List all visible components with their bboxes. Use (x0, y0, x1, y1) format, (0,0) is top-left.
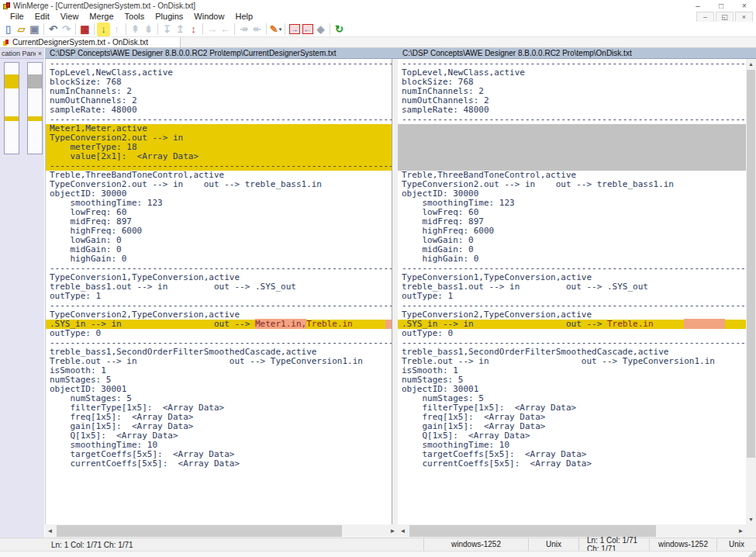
auto-merge-icon[interactable]: ◈ (314, 22, 327, 36)
menu-merge[interactable]: Merge (84, 12, 119, 22)
right-editor-pane[interactable]: ----------------------------------------… (398, 59, 746, 524)
code-line: ----------------------------------------… (398, 115, 746, 124)
file-save-icon[interactable]: ▣ (28, 22, 41, 36)
menu-help[interactable]: Help (230, 12, 258, 22)
scroll-down-icon[interactable]: ▼ (746, 514, 756, 524)
code-text: Treble.in (306, 319, 353, 329)
scroll-right-icon[interactable]: ► (388, 524, 398, 538)
next-difference-icon[interactable]: ↓ (97, 22, 110, 36)
previous-conflict-icon[interactable]: ↥ (174, 22, 187, 36)
menu-tools[interactable]: Tools (119, 12, 150, 22)
copy-left-icon[interactable]: ← (219, 22, 232, 36)
copy-all-left-icon[interactable]: ← (301, 22, 314, 36)
toolbar-separator (43, 23, 44, 35)
toolbar-separator (285, 23, 285, 35)
location-pane-title: cation Pane (0, 50, 36, 57)
filter-icon[interactable]: ▦ (78, 22, 91, 36)
copy-left-advance-glyph: ↞ (253, 23, 261, 36)
minimize-button[interactable]: – (686, 0, 709, 12)
file-new-icon[interactable]: ▯ (2, 22, 15, 36)
vertical-scroll-thumb[interactable] (747, 70, 755, 458)
previous-difference-glyph: ↑ (114, 23, 119, 36)
scroll-right-icon[interactable]: ► (736, 524, 746, 538)
word-diff-segment: Meter1.in, (255, 319, 306, 329)
code-line (398, 152, 746, 161)
copy-all-right-glyph: → (289, 24, 300, 34)
next-difference-glyph: ↓ (101, 23, 106, 36)
code-line (398, 133, 746, 143)
location-pane-close-icon[interactable]: × (36, 50, 44, 57)
left-horizontal-scrollbar[interactable]: ◄ ► (45, 524, 398, 538)
winmerge-logo-icon (3, 2, 10, 9)
scroll-up-icon[interactable]: ▲ (746, 59, 756, 69)
first-difference-icon[interactable]: ⇞ (129, 22, 142, 36)
code-line: currentCoeffs[5x5]: <Array Data> (46, 459, 392, 469)
filter-glyph: ▦ (80, 23, 89, 36)
copy-right-icon[interactable]: → (205, 22, 219, 36)
diff-location-marker[interactable] (5, 74, 19, 88)
first-difference-glyph: ⇞ (131, 23, 140, 36)
copy-right-advance-icon[interactable]: ↠ (237, 22, 250, 36)
highlight-plugin-glyph: ✎ (270, 23, 278, 36)
left-file-path-header[interactable]: C:\DSP Concepts\AWE Designer 8.B.0.0.RC2… (45, 48, 398, 59)
previous-difference-icon[interactable]: ↑ (110, 22, 123, 36)
refresh-icon[interactable]: ↻ (333, 22, 346, 36)
maximize-button[interactable]: □ (709, 0, 733, 12)
copy-all-left-glyph: ← (302, 24, 313, 34)
mdi-restore-button[interactable]: ◱ (716, 12, 734, 22)
previous-conflict-glyph: ↥ (176, 23, 185, 36)
diff-location-marker[interactable] (28, 74, 42, 88)
toolbar: ▯▱▣↶↷▦↓↑⇞⇟↧↥↕→←↠↞✎▾→←◈↻ (0, 22, 756, 37)
menu-edit[interactable]: Edit (29, 12, 55, 22)
last-difference-icon[interactable]: ⇟ (142, 22, 155, 36)
left-hscroll-thumb[interactable] (57, 525, 342, 537)
resize-grip[interactable] (747, 551, 756, 557)
scroll-left-icon[interactable]: ◄ (398, 524, 408, 538)
right-file-path-header[interactable]: C:\DSP Concepts\AWE Designer 8.B.0.0.RC2… (398, 48, 756, 59)
mdi-minimize-button[interactable]: – (696, 12, 714, 22)
toolbar-separator (330, 23, 330, 35)
file-open-glyph: ▱ (18, 23, 26, 36)
menu-plugins[interactable]: Plugins (150, 12, 188, 22)
location-bar-right[interactable] (27, 62, 43, 154)
toolbar-separator (234, 23, 235, 35)
dropdown-caret-icon[interactable]: ▾ (279, 26, 282, 33)
copy-left-advance-icon[interactable]: ↞ (250, 22, 264, 36)
diff-location-marker[interactable] (28, 116, 42, 121)
right-horizontal-scrollbar[interactable]: ◄ ► (398, 524, 746, 538)
word-diff-edge-marker (385, 320, 392, 329)
menu-file[interactable]: File (5, 12, 29, 22)
toolbar-separator (157, 23, 158, 35)
right-hscroll-thumb[interactable] (409, 525, 656, 537)
tab-label: CurrentDesignerSystem.txt - OnDisk.txt (12, 38, 148, 47)
scroll-left-icon[interactable]: ◄ (45, 524, 55, 538)
refresh-glyph: ↻ (335, 23, 343, 36)
toolbar-separator (202, 23, 203, 35)
location-pane: cation Pane × (0, 48, 44, 538)
last-difference-glyph: ⇟ (144, 23, 153, 36)
select-difference-glyph: ↕ (191, 23, 196, 36)
copy-all-right-icon[interactable]: → (288, 22, 301, 36)
left-editor-pane[interactable]: ----------------------------------------… (45, 59, 392, 524)
main-status-bar (0, 551, 756, 557)
menu-view[interactable]: View (55, 12, 85, 22)
menu-window[interactable]: Window (188, 12, 230, 22)
left-encoding: windows-1252 (423, 538, 528, 551)
diff-location-marker[interactable] (5, 116, 19, 121)
next-conflict-icon[interactable]: ↧ (161, 22, 174, 36)
left-status-bar: Ln: 1 Col: 1/71 Ch: 1/71 windows-1252 Un… (0, 538, 579, 551)
file-open-icon[interactable]: ▱ (15, 22, 28, 36)
undo-icon[interactable]: ↶ (47, 22, 60, 36)
location-bar-left[interactable] (4, 62, 19, 154)
select-difference-icon[interactable]: ↕ (187, 22, 200, 36)
code-line: currentCoeffs[5x5]: <Array Data> (398, 459, 746, 469)
mdi-close-button[interactable]: × (735, 12, 753, 22)
redo-icon[interactable]: ↷ (60, 22, 73, 36)
toolbar-separator (94, 23, 95, 35)
highlight-plugin-icon[interactable]: ✎▾ (269, 22, 282, 36)
close-button[interactable]: × (733, 0, 756, 12)
pane-splitter[interactable] (392, 59, 398, 524)
vertical-scrollbar[interactable]: ▲ ▼ (746, 59, 756, 524)
tab-comparison[interactable]: CurrentDesignerSystem.txt - OnDisk.txt (0, 37, 181, 47)
menu-items: FileEditViewMergeToolsPluginsWindowHelp (0, 12, 258, 22)
